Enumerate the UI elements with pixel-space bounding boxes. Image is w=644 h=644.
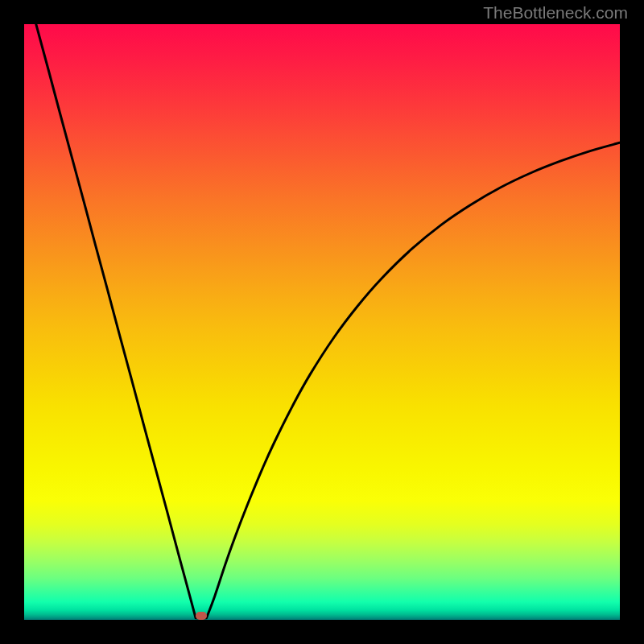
bottleneck-curve xyxy=(24,24,620,620)
chart-plot-area xyxy=(24,24,620,620)
optimal-point-marker xyxy=(196,612,207,620)
watermark-text: TheBottleneck.com xyxy=(483,3,628,23)
